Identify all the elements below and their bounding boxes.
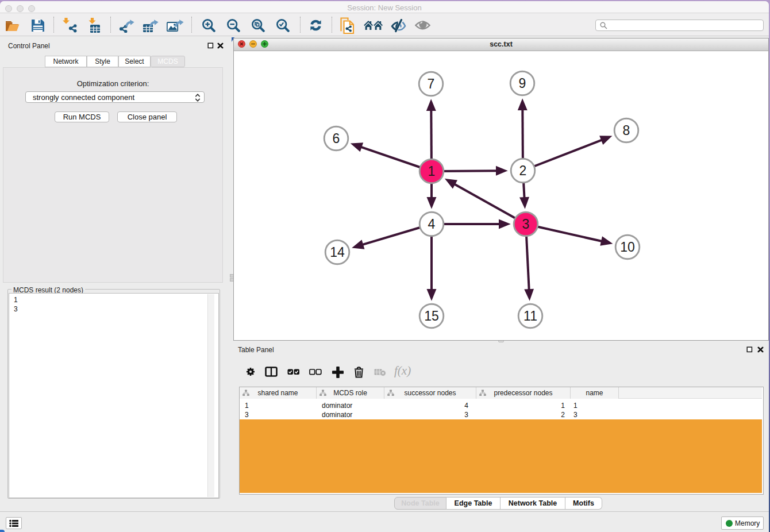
svg-text:9: 9 bbox=[519, 76, 526, 91]
svg-text:2: 2 bbox=[519, 163, 527, 178]
svg-text:15: 15 bbox=[424, 309, 439, 323]
svg-text:1: 1 bbox=[428, 164, 436, 179]
svg-text:14: 14 bbox=[330, 245, 345, 260]
svg-text:11: 11 bbox=[523, 309, 537, 323]
svg-text:4: 4 bbox=[428, 217, 436, 232]
svg-text:7: 7 bbox=[428, 76, 435, 91]
svg-text:8: 8 bbox=[623, 123, 630, 138]
svg-text:10: 10 bbox=[620, 240, 635, 255]
svg-text:6: 6 bbox=[333, 131, 340, 146]
svg-text:3: 3 bbox=[522, 217, 530, 232]
